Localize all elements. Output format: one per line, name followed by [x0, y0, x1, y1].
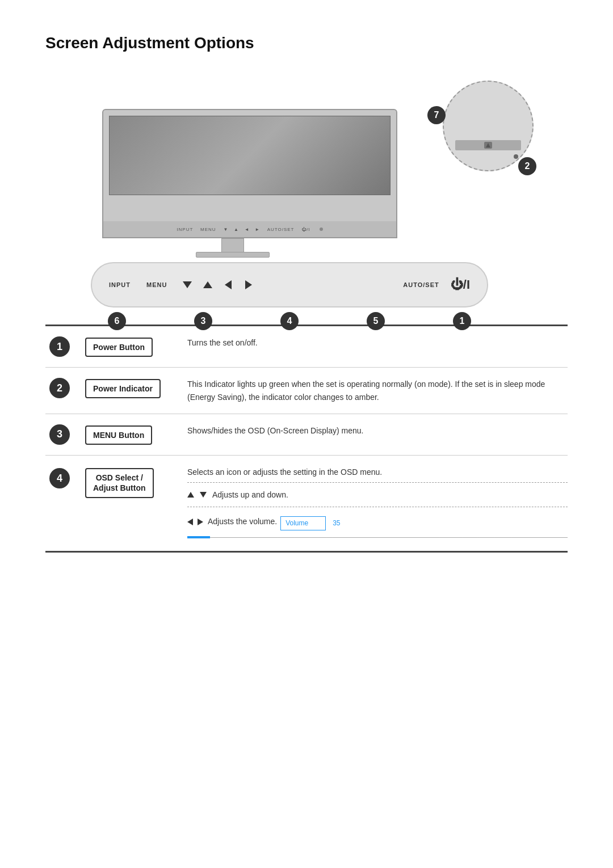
zoom-inner	[444, 82, 532, 170]
desc-label-1: Power Button	[85, 336, 176, 357]
page-title: Screen Adjustment Options	[45, 34, 568, 52]
label-box-3: MENU Button	[85, 425, 152, 445]
volume-indicator: Volume 35	[280, 516, 340, 530]
triangle-up-icon	[187, 492, 194, 498]
badge-4: 4	[280, 312, 299, 330]
left-button	[220, 277, 236, 293]
zoom-circle	[443, 81, 534, 171]
badge-6: 6	[108, 312, 126, 330]
volume-bar-filled	[187, 536, 210, 538]
badge-5: 5	[367, 312, 385, 330]
svg-marker-2	[203, 281, 212, 288]
volume-bar	[187, 536, 568, 538]
power-button-label: ⏻/I	[451, 277, 470, 292]
up-button	[200, 277, 216, 293]
right-button	[241, 277, 257, 293]
zoom-power-dot	[514, 154, 518, 159]
down-button	[179, 277, 195, 293]
bezel-labels: INPUT MENU ▼ ▲ ◄ ► AUTO/SET ⏻/I	[177, 227, 310, 232]
svg-marker-3	[225, 280, 232, 289]
badge-item-6: 6	[108, 312, 126, 330]
input-label: INPUT	[109, 281, 131, 288]
desc-label-3: MENU Button	[85, 424, 176, 445]
badge-1: 1	[453, 312, 471, 330]
desc-row-1: 1 Power Button Turns the set on/off.	[45, 326, 568, 368]
volume-label: Volume	[285, 519, 308, 527]
label-box-4: OSD Select / Adjust Button	[85, 468, 154, 498]
label-box-2: Power Indicator	[85, 379, 161, 398]
control-panel: INPUT MENU AUTO/SET ⏻/I	[91, 262, 488, 307]
badge-row: 6 3 4 5 1	[91, 312, 488, 330]
label-box-1: Power Button	[85, 338, 153, 357]
label-line1: OSD Select /	[96, 473, 143, 482]
desc-num-1: 1	[45, 336, 74, 357]
monitor-base	[196, 252, 270, 258]
badge-item-3: 3	[194, 312, 212, 330]
monitor-screen	[109, 116, 391, 195]
desc-text-4-main: Selects an icon or adjusts the setting i…	[187, 467, 382, 477]
monitor-stand	[221, 238, 244, 252]
desc-text-4: Selects an icon or adjusts the setting i…	[187, 466, 568, 541]
badge-2: 2	[518, 157, 536, 175]
desc-row-4: 4 OSD Select / Adjust Button Selects an …	[45, 456, 568, 551]
svg-marker-0	[486, 143, 490, 148]
autoset-label: AUTO/SET	[403, 281, 439, 288]
badge-7: 7	[427, 106, 446, 124]
menu-label: MENU	[146, 281, 167, 288]
sub-bullet-updown: Adjusts up and down.	[187, 486, 568, 503]
diagram-area: INPUT MENU ▼ ▲ ◄ ► AUTO/SET ⏻/I 7 2 INPU…	[45, 75, 568, 313]
leftright-text: Adjusts the volume.	[208, 515, 277, 528]
label-line2: Adjust Button	[93, 483, 146, 492]
desc-label-2: Power Indicator	[85, 378, 176, 398]
volume-box: Volume	[280, 516, 326, 530]
power-dot	[320, 227, 323, 231]
badge-item-5: 5	[367, 312, 385, 330]
svg-marker-4	[245, 280, 252, 289]
monitor-body	[102, 109, 397, 222]
circle-num-2: 2	[49, 378, 70, 398]
desc-num-3: 3	[45, 424, 74, 445]
volume-value: 35	[333, 518, 340, 529]
triangle-right-icon	[198, 519, 203, 525]
triangle-left-icon	[187, 519, 193, 525]
desc-row-3: 3 MENU Button Shows/hides the OSD (On-Sc…	[45, 414, 568, 456]
badge-item-4: 4	[280, 312, 299, 330]
updown-text: Adjusts up and down.	[212, 488, 288, 501]
desc-text-3: Shows/hides the OSD (On-Screen Display) …	[187, 424, 568, 437]
svg-marker-1	[183, 281, 192, 288]
desc-text-1: Turns the set on/off.	[187, 336, 568, 349]
triangle-down-icon	[200, 492, 207, 498]
badge-item-1: 1	[453, 312, 471, 330]
description-table: 1 Power Button Turns the set on/off. 2 P…	[45, 325, 568, 553]
circle-num-1: 1	[49, 336, 70, 357]
desc-num-4: 4	[45, 466, 74, 488]
circle-num-3: 3	[49, 424, 70, 445]
zoom-button-row	[455, 140, 521, 150]
desc-num-2: 2	[45, 378, 74, 398]
desc-text-2: This Indicator lights up green when the …	[187, 378, 568, 403]
desc-row-2: 2 Power Indicator This Indicator lights …	[45, 368, 568, 414]
monitor-bezel-bottom: INPUT MENU ▼ ▲ ◄ ► AUTO/SET ⏻/I	[102, 221, 397, 238]
zoom-btn	[484, 142, 492, 149]
circle-num-4: 4	[49, 468, 70, 488]
sub-bullet-leftright: Adjusts the volume. Volume 35	[187, 511, 568, 541]
desc-label-4: OSD Select / Adjust Button	[85, 466, 176, 498]
volume-bar-empty	[210, 537, 568, 538]
badge-3: 3	[194, 312, 212, 330]
